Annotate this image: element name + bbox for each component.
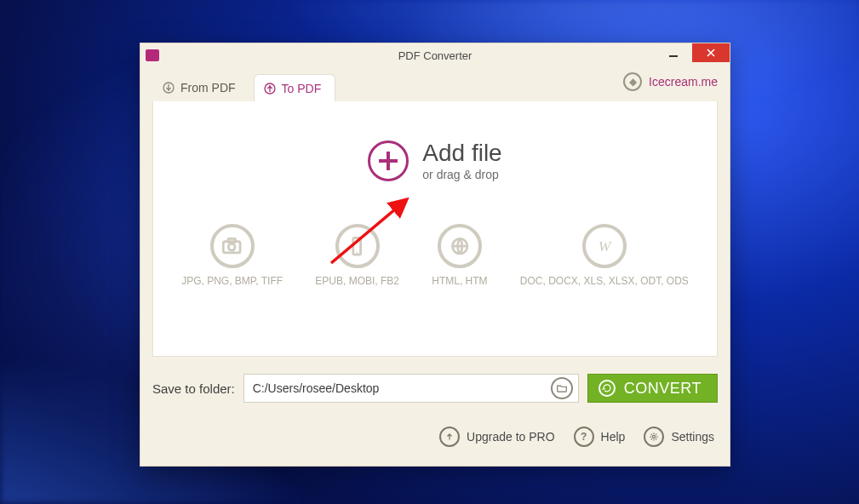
save-path: C:/Users/rosee/Desktop — [253, 381, 551, 395]
type-web[interactable]: HTML, HTM — [432, 224, 487, 287]
upgrade-label: Upgrade to PRO — [467, 430, 555, 444]
type-label: HTML, HTM — [432, 275, 487, 287]
tab-label: From PDF — [180, 81, 236, 94]
browse-button[interactable] — [551, 377, 573, 399]
svg-point-4 — [229, 243, 236, 250]
title-bar: PDF Converter — [140, 43, 730, 67]
brand-icon: ◆ — [623, 72, 642, 91]
drop-zone[interactable]: Add file or drag & drop JPG, PNG, BMP, T… — [152, 101, 718, 357]
file-types-row: JPG, PNG, BMP, TIFF EPUB, MOBI, FB2 HTML… — [153, 224, 717, 302]
brand-link[interactable]: ◆ Icecream.me — [623, 72, 718, 91]
globe-icon — [438, 224, 482, 268]
tab-to-pdf[interactable]: To PDF — [254, 74, 336, 102]
convert-label: CONVERT — [624, 380, 702, 398]
minimize-icon — [669, 55, 678, 57]
tab-label: To PDF — [282, 82, 322, 95]
type-label: DOC, DOCX, XLS, XLSX, ODT, ODS — [520, 275, 689, 287]
tabs-row: From PDF To PDF ◆ Icecream.me — [140, 67, 730, 101]
close-button[interactable] — [692, 43, 730, 62]
type-label: EPUB, MOBI, FB2 — [315, 275, 399, 287]
settings-label: Settings — [671, 430, 714, 444]
app-window: PDF Converter From PDF To PDF ◆ Icecream… — [140, 43, 730, 467]
minimize-button[interactable] — [655, 43, 692, 62]
window-title: PDF Converter — [140, 49, 730, 62]
doc-icon: W — [582, 224, 627, 268]
app-icon — [146, 49, 159, 61]
pdf-in-icon — [263, 82, 277, 95]
save-path-field[interactable]: C:/Users/rosee/Desktop — [243, 374, 579, 403]
close-icon — [707, 49, 715, 57]
upgrade-icon — [439, 427, 460, 447]
settings-button[interactable]: Settings — [644, 427, 714, 447]
help-button[interactable]: ? Help — [574, 427, 626, 447]
camera-icon — [210, 224, 255, 268]
convert-icon — [598, 380, 616, 397]
svg-point-10 — [653, 435, 656, 438]
window-buttons — [655, 43, 730, 62]
folder-icon — [556, 382, 568, 394]
pdf-out-icon — [162, 81, 175, 94]
type-image[interactable]: JPG, PNG, BMP, TIFF — [181, 224, 283, 287]
save-row: Save to folder: C:/Users/rosee/Desktop C… — [152, 374, 718, 403]
phone-icon — [335, 224, 380, 268]
help-icon: ? — [574, 427, 594, 447]
tab-from-pdf[interactable]: From PDF — [152, 73, 250, 101]
add-file-button[interactable]: Add file or drag & drop — [368, 140, 501, 181]
gear-icon — [644, 427, 664, 447]
convert-button[interactable]: CONVERT — [587, 374, 718, 403]
type-label: JPG, PNG, BMP, TIFF — [181, 275, 283, 287]
add-file-title: Add file — [422, 140, 501, 165]
svg-text:W: W — [598, 237, 612, 254]
type-doc[interactable]: W DOC, DOCX, XLS, XLSX, ODT, ODS — [520, 224, 689, 287]
add-file-text: Add file or drag & drop — [422, 140, 501, 180]
save-label: Save to folder: — [152, 381, 235, 396]
help-label: Help — [601, 430, 626, 444]
brand-label: Icecream.me — [649, 75, 718, 89]
type-ebook[interactable]: EPUB, MOBI, FB2 — [315, 224, 399, 287]
plus-icon — [368, 140, 409, 181]
add-file-subtitle: or drag & drop — [422, 168, 501, 181]
footer-row: Upgrade to PRO ? Help Settings — [156, 427, 714, 447]
upgrade-button[interactable]: Upgrade to PRO — [439, 427, 555, 447]
svg-point-7 — [357, 252, 358, 254]
